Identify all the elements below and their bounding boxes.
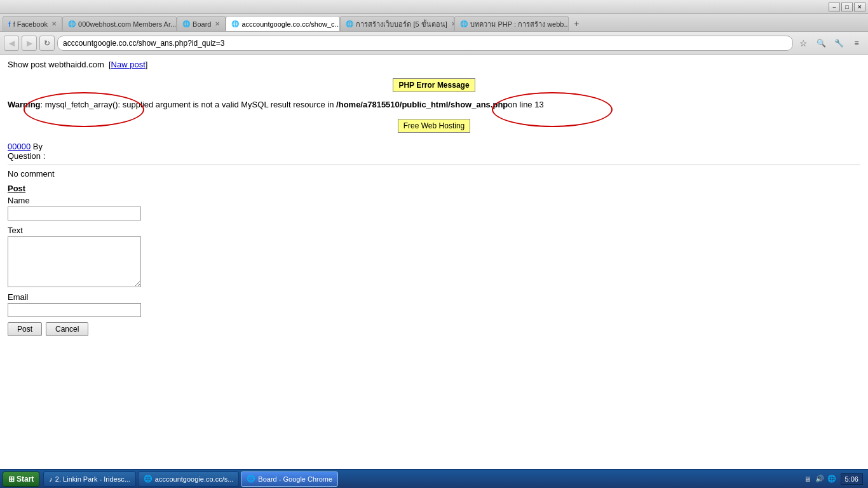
free-hosting-button[interactable]: Free Web Hosting	[398, 119, 471, 133]
form-buttons: Post Cancel	[8, 322, 860, 336]
page-content: Show post webthaidd.com [Naw post] PHP E…	[0, 55, 868, 469]
tab-close-board[interactable]: ✕	[215, 20, 220, 27]
taskbar-item-board[interactable]: 🌐 Board - Google Chrome	[241, 471, 338, 487]
text-form-group: Text	[8, 226, 860, 287]
tab-label-thai1: การสร้างเว็บบอร์ด [5 ขั้นตอน]	[356, 18, 447, 30]
tab-bar: f f Facebook ✕ 🌐 000webhost.com Members …	[0, 14, 868, 32]
question-row: Question :	[8, 151, 860, 161]
start-icon: ⊞	[8, 475, 15, 484]
warning-prefix: Warning	[8, 100, 41, 109]
tab-facebook[interactable]: f f Facebook ✕	[3, 16, 62, 31]
post-id-row: 00000 By	[8, 142, 860, 151]
start-label: Start	[17, 475, 34, 484]
taskbar-sys-icons: 🖥 🔊 🌐	[803, 474, 837, 484]
name-form-group: Name	[8, 196, 860, 220]
new-tab-button[interactable]: +	[569, 17, 584, 30]
warning-message: : mysql_fetch_array(): supplied argument…	[41, 100, 337, 109]
free-hosting-box: Free Web Hosting	[8, 119, 860, 133]
taskbar-network-icon: 🌐	[827, 474, 837, 484]
taskbar-item-linkin-label: 2. Linkin Park - Iridesc...	[55, 475, 130, 483]
post-button[interactable]: Post	[8, 322, 42, 336]
taskbar-item-board-label: Board - Google Chrome	[258, 475, 332, 483]
tab-favicon-thai2: 🌐	[460, 20, 468, 27]
php-error-label: PHP Error Message	[393, 78, 475, 92]
new-post-link[interactable]: Naw post	[111, 60, 146, 69]
taskbar-right: 🖥 🔊 🌐 5:06	[803, 473, 863, 485]
taskbar-item-linkin[interactable]: ♪ 2. Linkin Park - Iridesc...	[43, 471, 136, 487]
tab-label-000webhost: 000webhost.com Members Ar...	[78, 20, 176, 28]
tab-favicon-accc: 🌐	[231, 20, 239, 27]
no-comment-text: No comment	[8, 169, 860, 179]
tab-label-thai2: บทความ PHP : การสร้าง webb...	[470, 18, 569, 30]
taskbar-item-accc-icon: 🌐	[144, 475, 153, 483]
tab-thai2[interactable]: 🌐 บทความ PHP : การสร้าง webb... ✕	[454, 16, 569, 31]
tab-label-accc: acccountgoogle.co.cc/show_c...	[241, 20, 340, 28]
taskbar-item-accc-label: acccountgoogie.co.cc/s...	[155, 475, 234, 483]
warning-filepath: /home/a7815510/public_html/show_ans.php	[336, 100, 508, 109]
taskbar-clock: 5:06	[841, 473, 863, 485]
post-section-label: Post	[8, 184, 860, 193]
tab-close-facebook[interactable]: ✕	[51, 20, 57, 27]
address-bar[interactable]	[57, 36, 793, 51]
show-post-title: Show post webthaidd.com	[8, 60, 104, 69]
back-button[interactable]: ◀	[4, 36, 19, 51]
warning-container: Warning: mysql_fetch_array(): supplied a…	[8, 98, 860, 111]
question-label: Question :	[8, 151, 45, 161]
show-post-header: Show post webthaidd.com [Naw post]	[8, 60, 860, 69]
taskbar-item-linkin-icon: ♪	[49, 475, 53, 483]
tab-000webhost[interactable]: 🌐 000webhost.com Members Ar... ✕	[62, 16, 177, 31]
text-textarea[interactable]	[8, 236, 141, 287]
nav-right-icons: ☆ 🔍 🔧 ≡	[796, 36, 864, 51]
taskbar-volume-icon: 🔊	[815, 474, 825, 484]
extensions-icon[interactable]: 🔧	[831, 36, 846, 51]
title-bar-buttons: – □ ✕	[829, 3, 865, 11]
start-button[interactable]: ⊞ Start	[3, 471, 39, 487]
tab-favicon-thai1: 🌐	[346, 20, 353, 27]
title-bar: – □ ✕	[0, 0, 868, 14]
tab-label-board: Board	[193, 20, 211, 28]
tab-favicon-facebook: f	[8, 20, 11, 28]
minimize-button[interactable]: –	[829, 3, 840, 11]
by-text: By	[33, 142, 43, 151]
tab-thai1[interactable]: 🌐 การสร้างเว็บบอร์ด [5 ขั้นตอน] ✕	[340, 16, 454, 31]
maximize-button[interactable]: □	[841, 3, 853, 11]
search-magnifier-icon[interactable]: 🔍	[813, 36, 829, 51]
name-label: Name	[8, 196, 860, 205]
reload-button[interactable]: ↻	[39, 36, 55, 51]
email-label: Email	[8, 292, 860, 302]
tab-accc[interactable]: 🌐 acccountgoogle.co.cc/show_c... ✕	[226, 16, 340, 31]
chrome-menu-icon[interactable]: ≡	[849, 36, 864, 51]
taskbar-monitor-icon: 🖥	[803, 474, 813, 484]
taskbar-item-accc[interactable]: 🌐 acccountgoogie.co.cc/s...	[138, 471, 240, 487]
taskbar: ⊞ Start ♪ 2. Linkin Park - Iridesc... 🌐 …	[0, 469, 868, 488]
email-input[interactable]	[8, 303, 141, 317]
forward-button[interactable]: ▶	[22, 36, 37, 51]
tab-favicon-000webhost: 🌐	[68, 20, 76, 27]
bookmark-star-icon[interactable]: ☆	[796, 36, 811, 51]
tab-favicon-board: 🌐	[182, 20, 190, 27]
warning-text: Warning: mysql_fetch_array(): supplied a…	[8, 98, 860, 111]
tab-board[interactable]: 🌐 Board ✕	[177, 16, 226, 31]
browser-window: – □ ✕ f f Facebook ✕ 🌐 000webhost.com Me…	[0, 0, 868, 488]
nav-bar: ◀ ▶ ↻ ☆ 🔍 🔧 ≡	[0, 32, 868, 55]
taskbar-items: ♪ 2. Linkin Park - Iridesc... 🌐 acccount…	[43, 471, 802, 487]
cancel-button[interactable]: Cancel	[46, 322, 88, 336]
warning-line: on line 13	[508, 100, 543, 109]
email-form-group: Email	[8, 292, 860, 317]
php-error-box: PHP Error Message	[8, 78, 860, 92]
text-label: Text	[8, 226, 860, 235]
tab-label-facebook: f Facebook	[13, 20, 48, 28]
name-input[interactable]	[8, 207, 141, 220]
divider	[8, 165, 860, 165]
close-button[interactable]: ✕	[854, 3, 865, 11]
taskbar-item-board-icon: 🌐	[247, 475, 255, 483]
post-id-link[interactable]: 00000	[8, 142, 31, 151]
